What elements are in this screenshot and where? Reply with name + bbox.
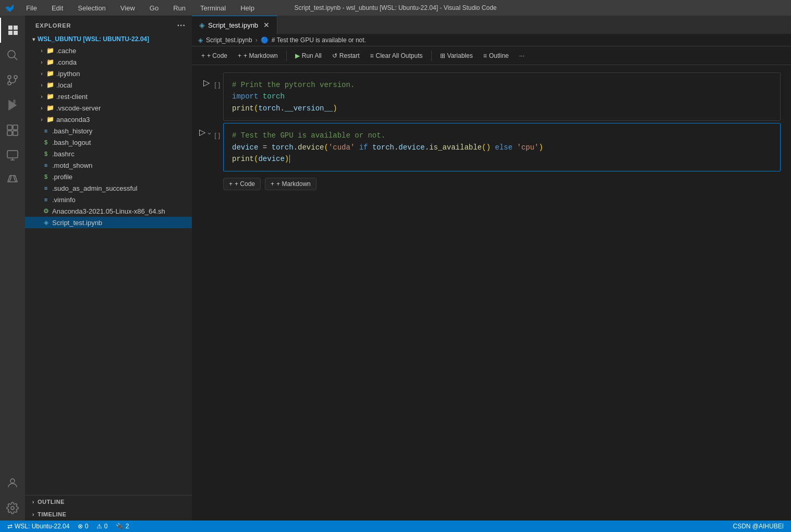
outline-arrow[interactable]: ›: [29, 498, 38, 506]
cell-1-body[interactable]: # Print the pytorch version. import torc…: [223, 72, 781, 121]
rest-client-folder-icon: 📁: [46, 92, 54, 101]
ipython-arrow[interactable]: ›: [38, 69, 46, 78]
sidebar-item-vscode-server[interactable]: › 📁 .vscode-server: [25, 102, 192, 114]
menu-view[interactable]: View: [117, 3, 138, 13]
motd-shown-icon: ≡: [42, 161, 50, 169]
warnings-status[interactable]: ⚠ 0: [94, 523, 109, 530]
vscode-logo-icon: [5, 3, 15, 13]
menu-help[interactable]: Help: [237, 3, 258, 13]
run-all-button[interactable]: ▶ Run All: [291, 51, 326, 61]
breadcrumb-part1[interactable]: Script_test.ipynb: [206, 36, 252, 44]
activity-test[interactable]: [0, 168, 25, 193]
rest-client-label: .rest-client: [56, 93, 88, 101]
activity-run-debug[interactable]: [0, 93, 25, 118]
sidebar-tree: ▾ WSL_UBUNTU [WSL: UBUNTU-22.04] › 📁 .ca…: [25, 33, 192, 495]
activity-remote-explorer[interactable]: [0, 143, 25, 168]
activity-settings[interactable]: [0, 496, 25, 521]
menu-edit[interactable]: Edit: [48, 3, 66, 13]
sidebar-more-button[interactable]: ···: [177, 21, 186, 30]
activity-explorer[interactable]: [0, 18, 25, 43]
sidebar-item-anaconda-installer[interactable]: ⚙ Anaconda3-2021.05-Linux-x86_64.sh: [25, 205, 192, 217]
add-code-button[interactable]: + + Code: [197, 51, 232, 61]
cell-1-run-button[interactable]: ▷: [201, 77, 212, 88]
sidebar-item-bash-history[interactable]: ≡ .bash_history: [25, 125, 192, 137]
restart-button[interactable]: ↺ Restart: [328, 51, 364, 61]
toolbar-more-button[interactable]: ···: [515, 51, 529, 61]
menu-go[interactable]: Go: [147, 3, 162, 13]
script-test-icon: ◈: [42, 218, 50, 227]
activity-extensions[interactable]: [0, 118, 25, 143]
cell-2-body[interactable]: # Test the GPU is available or not. devi…: [223, 123, 781, 171]
sidebar-item-bashrc[interactable]: $ .bashrc: [25, 148, 192, 159]
sidebar-item-rest-client[interactable]: › 📁 .rest-client: [25, 91, 192, 102]
sidebar-item-profile[interactable]: $ .profile: [25, 171, 192, 182]
sidebar-item-bash-logout[interactable]: $ .bash_logout: [25, 137, 192, 148]
timeline-arrow[interactable]: ›: [29, 510, 38, 518]
cell-1-bracket: [ ]: [214, 77, 220, 89]
menu-run[interactable]: Run: [170, 3, 189, 13]
cell-2-code[interactable]: # Test the GPU is available or not. devi…: [224, 123, 780, 171]
add-code-bottom-label: + Code: [235, 180, 255, 188]
add-markdown-button[interactable]: + + Markdown: [234, 51, 282, 61]
cell-1-version: __version__: [285, 104, 333, 113]
cell-2-line-3: print(device): [232, 153, 772, 165]
local-arrow[interactable]: ›: [38, 81, 46, 89]
outline-section[interactable]: › OUTLINE: [25, 496, 192, 508]
sidebar-item-sudo-admin[interactable]: ≡ .sudo_as_admin_successful: [25, 182, 192, 194]
tab-close-button[interactable]: ✕: [261, 20, 272, 30]
wsl-label: WSL: Ubuntu-22.04: [15, 523, 69, 530]
clear-all-button[interactable]: ≡ Clear All Outputs: [366, 51, 427, 61]
title-bar: File Edit Selection View Go Run Terminal…: [0, 0, 791, 16]
cell-1-code[interactable]: # Print the pytorch version. import torc…: [224, 73, 780, 120]
sidebar-item-script-test[interactable]: ◈ Script_test.ipynb: [25, 217, 192, 228]
cell-2-torch2: torch: [372, 143, 394, 152]
activity-account[interactable]: [0, 471, 25, 496]
sidebar-item-ipython[interactable]: › 📁 .ipython: [25, 68, 192, 79]
toolbar-more-icon: ···: [519, 52, 525, 59]
cell-2-space1: [355, 143, 359, 152]
sidebar-item-local[interactable]: › 📁 .local: [25, 79, 192, 91]
tab-script-test[interactable]: ◈ Script_test.ipynb ✕: [192, 16, 277, 34]
cell-2-run-button[interactable]: ▷: [199, 127, 205, 137]
wsl-status[interactable]: ⇄ WSL: Ubuntu-22.04: [5, 523, 71, 530]
conda-folder-icon: 📁: [46, 58, 54, 66]
text-cursor: [289, 155, 290, 163]
clear-all-label: Clear All Outputs: [376, 52, 423, 59]
activity-source-control[interactable]: [0, 68, 25, 93]
anaconda3-arrow[interactable]: ›: [38, 115, 46, 123]
rest-client-arrow[interactable]: ›: [38, 92, 46, 101]
notebook-toolbar: + + Code + + Markdown ▶ Run All ↺ Restar…: [192, 46, 791, 65]
cell-2-if-kw: if: [359, 143, 368, 152]
tree-root[interactable]: ▾ WSL_UBUNTU [WSL: UBUNTU-22.04]: [25, 33, 192, 45]
root-collapse-arrow[interactable]: ▾: [29, 35, 38, 43]
timeline-section[interactable]: › TIMELINE: [25, 508, 192, 521]
vscode-server-arrow[interactable]: ›: [38, 104, 46, 112]
menu-file[interactable]: File: [23, 3, 40, 13]
variables-button[interactable]: ⊞ Variables: [436, 51, 477, 61]
sidebar-item-anaconda3[interactable]: › 📁 anaconda3: [25, 114, 192, 125]
cell-1-line-3: print(torch.__version__): [232, 103, 772, 114]
cell-1-import-keyword: import: [232, 92, 258, 101]
menu-terminal[interactable]: Terminal: [197, 3, 229, 13]
breadcrumb-part2[interactable]: # Test the GPU is available or not.: [272, 36, 366, 44]
cell-2-torch1: torch: [272, 143, 294, 152]
ports-status[interactable]: 🔌 2: [114, 523, 131, 530]
outline-button[interactable]: ≡ Outline: [479, 51, 513, 61]
cell-1: ▷ [ ] # Print the pytorch version. impor…: [192, 72, 791, 121]
sidebar-item-motd-shown[interactable]: ≡ .motd_shown: [25, 159, 192, 171]
activity-search[interactable]: [0, 43, 25, 68]
errors-status[interactable]: ⊗ 0: [76, 523, 90, 530]
svg-rect-8: [13, 125, 18, 130]
breadcrumb-circle-icon: 🔵: [261, 36, 269, 44]
add-markdown-bottom-button[interactable]: + + Markdown: [265, 178, 317, 190]
add-code-bottom-button[interactable]: + + Code: [223, 178, 261, 190]
sidebar-item-conda[interactable]: › 📁 .conda: [25, 56, 192, 68]
cell-2-paren4: ): [285, 155, 289, 163]
errors-label: ⊗ 0: [78, 523, 88, 530]
menu-selection[interactable]: Selection: [75, 3, 108, 13]
cache-arrow[interactable]: ›: [38, 46, 46, 55]
sidebar-item-viminfo[interactable]: ≡ .viminfo: [25, 194, 192, 205]
cell-2-chevron[interactable]: ⌄: [206, 128, 212, 136]
conda-arrow[interactable]: ›: [38, 58, 46, 66]
sidebar-item-cache[interactable]: › 📁 .cache: [25, 45, 192, 56]
